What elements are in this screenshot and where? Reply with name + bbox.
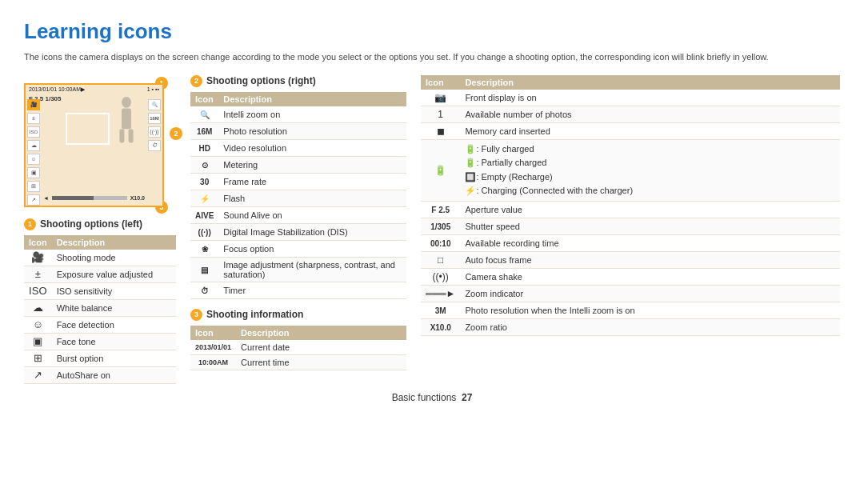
desc-cell: Current time (236, 354, 406, 370)
icon-cell: 🔍 (190, 106, 218, 123)
section2-title: 2 Shooting options (right) (190, 75, 406, 87)
icon-cell: ⊞ (24, 350, 52, 366)
table-row: 30Frame rate (190, 173, 406, 190)
cam-right-icons: 🔍 16M ((·)) ⏱ (148, 99, 161, 151)
icon-cell: ((•)) (421, 268, 460, 285)
section2-table: Icon Description 🔍Intelli zoom on16MPhot… (190, 92, 406, 299)
page-footer: Basic functions 27 (24, 392, 840, 403)
cam-left-icons: 🎥 ± ISO ☁ ☺ ▣ ⊞ ↗ (27, 99, 40, 206)
s4-col-desc: Description (460, 75, 840, 90)
svg-rect-3 (129, 129, 134, 142)
s4-col-icon: Icon (421, 75, 460, 90)
cam-top-bar: 2013/01/01 10:00AM▶ 1 ▪ ▪▪ (26, 85, 162, 94)
list-item: 🔋: Fully charged (465, 142, 835, 157)
table-row: 10:00AMCurrent time (190, 354, 406, 370)
table-row: 📷Front display is on (421, 90, 840, 106)
cam-datetime: 2013/01/01 10:00AM▶ (29, 86, 85, 93)
icon-cell: ═══► (421, 285, 460, 302)
table-row: F 2.5Aperture value (421, 201, 840, 218)
cam-icon-face: ☺ (27, 154, 40, 165)
table-row: X10.0Zoom ratio (421, 318, 840, 335)
middle-column: 2 Shooting options (right) Icon Descript… (190, 75, 406, 370)
cam-icon-mode: 🎥 (27, 99, 40, 110)
icon-cell: ☺ (24, 316, 52, 333)
table-row: ☁White balance (24, 299, 176, 316)
table-row: ↗AutoShare on (24, 366, 176, 383)
desc-cell: Zoom indicator (460, 285, 840, 302)
cam-zoom-bar-area: ◄ X10.0 (43, 195, 145, 201)
icon-cell: 🔋 (421, 139, 460, 201)
desc-cell: Shooting mode (52, 250, 176, 266)
cam-icon-dis: ((·)) (148, 126, 161, 138)
icon-cell: AIVE (190, 206, 218, 223)
camera-screen: 2013/01/01 10:00AM▶ 1 ▪ ▪▪ F 2.5 1/305 🎥… (24, 83, 164, 207)
icon-cell: ☁ (24, 299, 52, 316)
desc-cell: Memory card inserted (460, 122, 840, 139)
table-row: ⊙Metering (190, 156, 406, 173)
cam-icon-share: ↗ (27, 194, 40, 206)
s3-col-icon: Icon (190, 326, 236, 340)
table-row: ⏱Timer (190, 282, 406, 298)
icon-cell: ◼ (421, 122, 460, 139)
section1-title: 1 Shooting options (left) (24, 218, 176, 230)
icon-cell: ❀ (190, 240, 218, 257)
icon-cell: HD (190, 139, 218, 156)
cam-icon-iso: ISO (27, 126, 40, 138)
table-row: □Auto focus frame (421, 251, 840, 268)
list-item: 🔲: Empty (Recharge) (465, 170, 835, 185)
list-item: 🔋: Partially charged (465, 156, 835, 170)
table-row: ((•))Camera shake (421, 268, 840, 285)
right-column: Icon Description 📷Front display is on1Av… (421, 75, 840, 336)
icon-cell: 10:00AM (190, 354, 236, 370)
desc-cell: Intelli zoom on (218, 106, 406, 123)
table-row: ((·))Digital Image Stabilization (DIS) (190, 223, 406, 240)
camera-preview-section: 1 2 3 2013/01/01 10:00AM▶ 1 ▪ ▪▪ F 2.5 1… (24, 75, 176, 384)
icon-cell: ⊙ (190, 156, 218, 173)
table-row: ❀Focus option (190, 240, 406, 257)
table-row: HDVideo resolution (190, 139, 406, 156)
table-row: 00:10Available recording time (421, 234, 840, 251)
cam-silhouette-svg (114, 97, 138, 145)
desc-cell: Video resolution (218, 139, 406, 156)
icon-cell: 3M (421, 302, 460, 318)
table-row: 🔍Intelli zoom on (190, 106, 406, 123)
section1-wrapper: 1 Shooting options (left) Icon Descripti… (24, 218, 176, 384)
desc-cell: Front display is on (460, 90, 840, 106)
icon-cell: X10.0 (421, 318, 460, 335)
desc-cell: 🔋: Fully charged🔋: Partially charged🔲: E… (460, 139, 840, 201)
table-row: 1Available number of photos (421, 106, 840, 122)
desc-cell: Zoom ratio (460, 318, 840, 335)
icon-cell: ▤ (190, 257, 218, 282)
list-item: ⚡: Charging (Connected with the charger) (465, 184, 835, 198)
page-title: Learning icons (24, 19, 840, 44)
intro-paragraph: The icons the camera displays on the scr… (24, 50, 808, 64)
table-row: 🎥Shooting mode (24, 250, 176, 266)
table-row: ⚡Flash (190, 190, 406, 206)
cam-focus-box (66, 113, 110, 145)
s2-col-desc: Description (218, 92, 406, 106)
section1-table: Icon Description 🎥Shooting mode±Exposure… (24, 235, 176, 384)
table-row: ▤Image adjustment (sharpness, contrast, … (190, 257, 406, 282)
icon-cell: ↗ (24, 366, 52, 383)
table-row: 3MPhoto resolution when the Intelli zoom… (421, 302, 840, 318)
desc-cell: Face tone (52, 333, 176, 350)
table-row: ═══►Zoom indicator (421, 285, 840, 302)
cam-icon-ev: ± (27, 113, 40, 124)
table-row: ☺Face detection (24, 316, 176, 333)
svg-point-0 (122, 97, 131, 108)
s2-col-icon: Icon (190, 92, 218, 106)
icon-cell: 30 (190, 173, 218, 190)
s1-col-desc: Description (52, 235, 176, 250)
cam-icon-burst: ⊞ (27, 181, 40, 192)
icon-cell: 1/305 (421, 218, 460, 234)
section3-table: Icon Description 2013/01/01Current date1… (190, 326, 406, 370)
badge-2: 2 (170, 127, 182, 140)
cam-right-info: 1 ▪ ▪▪ (147, 86, 159, 92)
icon-cell: F 2.5 (421, 201, 460, 218)
cam-icon-res: 16M (148, 113, 161, 124)
desc-cell: Exposure value adjusted (52, 266, 176, 282)
table-row: AIVESound Alive on (190, 206, 406, 223)
section3-wrapper: 3 Shooting information Icon Description … (190, 309, 406, 370)
icon-cell: ⚡ (190, 190, 218, 206)
icon-cell: □ (421, 251, 460, 268)
